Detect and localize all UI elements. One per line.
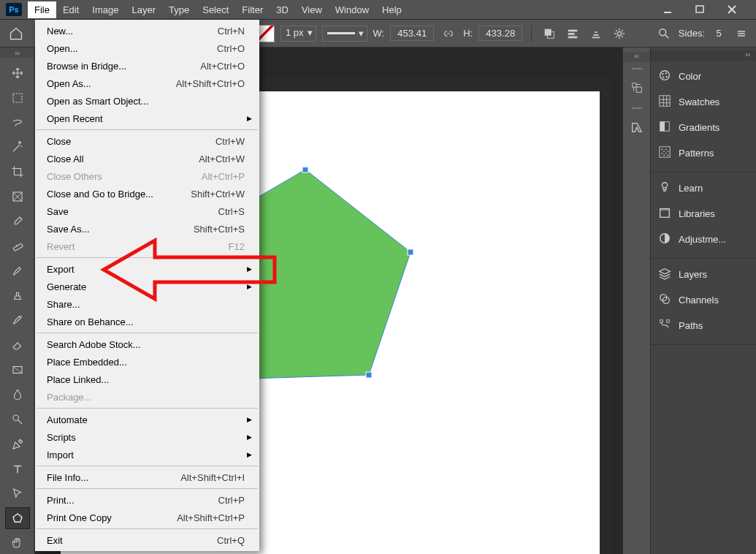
menu-item-label: Revert <box>47 241 75 252</box>
link-wh-button[interactable] <box>440 25 457 42</box>
pen-tool[interactable] <box>5 433 30 455</box>
file-menu-print[interactable]: Print...Ctrl+P <box>35 491 259 509</box>
align-button[interactable] <box>564 25 581 42</box>
gear-button[interactable] <box>611 25 628 42</box>
menu-3d[interactable]: 3D <box>270 1 295 18</box>
file-menu-open-recent[interactable]: Open Recent▶ <box>35 110 259 127</box>
file-menu-search-adobe-stock[interactable]: Search Adobe Stock... <box>35 335 259 353</box>
file-menu-export[interactable]: Export▶ <box>35 260 259 278</box>
frame-tool[interactable] <box>5 186 30 208</box>
svg-point-44 <box>662 153 663 154</box>
healing-brush-tool[interactable] <box>5 235 30 257</box>
menu-layer[interactable]: Layer <box>126 1 163 18</box>
menu-select[interactable]: Select <box>196 1 235 18</box>
window-close-button[interactable] <box>722 2 741 17</box>
path-options-button[interactable] <box>587 25 605 42</box>
panels-collapse[interactable]: ›› <box>651 50 756 61</box>
home-button[interactable] <box>6 23 26 44</box>
history-brush-tool[interactable] <box>5 310 30 332</box>
menu-item-label: Place Embedded... <box>47 357 127 368</box>
file-menu-save-as[interactable]: Save As...Shift+Ctrl+S <box>35 220 259 238</box>
gradient-tool[interactable] <box>5 359 30 381</box>
file-menu-place-linked[interactable]: Place Linked... <box>35 371 259 388</box>
panel-channels[interactable]: Channels <box>651 287 756 313</box>
dock-collapse[interactable]: ‹‹ <box>623 52 650 62</box>
file-menu-automate[interactable]: Automate▶ <box>35 411 259 428</box>
sides-input[interactable] <box>711 28 727 39</box>
panel-gradients[interactable]: Gradients <box>651 115 756 140</box>
crop-tool[interactable] <box>5 161 30 183</box>
brush-tool[interactable] <box>5 260 30 282</box>
menu-window[interactable]: Window <box>329 1 375 18</box>
shape-combine-button[interactable] <box>541 25 558 42</box>
type-tool[interactable] <box>5 458 30 480</box>
file-menu-exit[interactable]: ExitCtrl+Q <box>35 531 259 549</box>
panel-paths[interactable]: Paths <box>651 313 756 338</box>
properties-panel-icon[interactable] <box>627 118 646 137</box>
file-menu-save[interactable]: SaveCtrl+S <box>35 202 259 220</box>
move-tool[interactable] <box>5 62 30 84</box>
menu-help[interactable]: Help <box>375 1 408 18</box>
search-icon[interactable] <box>655 25 673 42</box>
window-maximize-button[interactable] <box>690 2 709 17</box>
file-menu-scripts[interactable]: Scripts▶ <box>35 428 259 446</box>
file-menu-file-info[interactable]: File Info...Alt+Shift+Ctrl+I <box>35 468 259 486</box>
lasso-tool[interactable] <box>5 112 30 134</box>
collapsed-panel-dock: ‹‹ <box>622 48 650 554</box>
file-menu-import[interactable]: Import▶ <box>35 446 259 463</box>
file-menu-browse-in-bridge[interactable]: Browse in Bridge...Alt+Ctrl+O <box>35 57 259 75</box>
eraser-tool[interactable] <box>5 334 30 356</box>
menu-item-label: Import <box>47 449 74 460</box>
hand-tool[interactable] <box>5 532 30 554</box>
panel-learn[interactable]: Learn <box>651 175 756 201</box>
menu-item-label: Open As... <box>47 78 91 89</box>
marquee-tool[interactable] <box>5 87 30 109</box>
submenu-arrow-icon: ▶ <box>247 451 252 458</box>
magic-wand-tool[interactable] <box>5 137 30 159</box>
more-options-button[interactable] <box>733 25 750 42</box>
stroke-width-select[interactable]: 1 px ▾ <box>280 26 316 42</box>
menu-image[interactable]: Image <box>85 1 125 18</box>
file-menu-share-on-behance[interactable]: Share on Behance... <box>35 313 259 330</box>
menu-view[interactable]: View <box>295 1 329 18</box>
file-menu-generate[interactable]: Generate▶ <box>35 278 259 295</box>
polygon-tool[interactable] <box>5 507 30 529</box>
menu-file[interactable]: File <box>28 1 56 18</box>
panel-color[interactable]: Color <box>651 64 756 89</box>
shape-handle[interactable] <box>408 249 413 255</box>
menu-filter[interactable]: Filter <box>235 1 270 18</box>
window-minimize-button[interactable] <box>658 2 677 17</box>
clone-stamp-tool[interactable] <box>5 285 30 307</box>
file-menu-close[interactable]: CloseCtrl+W <box>35 132 259 150</box>
menu-edit[interactable]: Edit <box>56 1 85 18</box>
panel-swatches[interactable]: Swatches <box>651 89 756 115</box>
menu-item-shortcut: Ctrl+W <box>215 136 245 147</box>
file-menu-open-as[interactable]: Open As...Alt+Shift+Ctrl+O <box>35 75 259 92</box>
shape-handle[interactable] <box>302 167 308 172</box>
file-menu-print-one-copy[interactable]: Print One CopyAlt+Shift+Ctrl+P <box>35 509 259 526</box>
svg-point-29 <box>660 71 670 80</box>
file-menu-place-embedded[interactable]: Place Embedded... <box>35 353 259 371</box>
panel-layers[interactable]: Layers <box>651 262 756 287</box>
panel-adjustme[interactable]: Adjustme... <box>651 227 756 252</box>
file-menu-close-and-go-to-bridge[interactable]: Close and Go to Bridge...Shift+Ctrl+W <box>35 185 259 202</box>
blur-tool[interactable] <box>5 384 30 406</box>
history-panel-icon[interactable] <box>627 78 646 97</box>
dodge-tool[interactable] <box>5 409 30 430</box>
file-menu-open-as-smart-object[interactable]: Open as Smart Object... <box>35 92 259 110</box>
width-input[interactable] <box>390 26 434 41</box>
menu-type[interactable]: Type <box>162 1 196 18</box>
eyedropper-tool[interactable] <box>5 210 30 232</box>
panel-libraries[interactable]: Libraries <box>651 201 756 227</box>
stroke-style-select[interactable]: ▾ <box>322 26 367 42</box>
file-menu-open[interactable]: Open...Ctrl+O <box>35 39 259 57</box>
path-selection-tool[interactable] <box>5 483 30 505</box>
shape-handle[interactable] <box>366 372 372 378</box>
file-menu-close-all[interactable]: Close AllAlt+Ctrl+W <box>35 150 259 167</box>
file-menu-share[interactable]: Share... <box>35 295 259 313</box>
menu-item-label: Scripts <box>47 432 76 443</box>
file-menu-new[interactable]: New...Ctrl+N <box>35 22 259 39</box>
height-input[interactable] <box>478 26 522 41</box>
panel-patterns[interactable]: Patterns <box>651 140 756 166</box>
toolbox-collapse[interactable]: ›› <box>0 48 34 58</box>
